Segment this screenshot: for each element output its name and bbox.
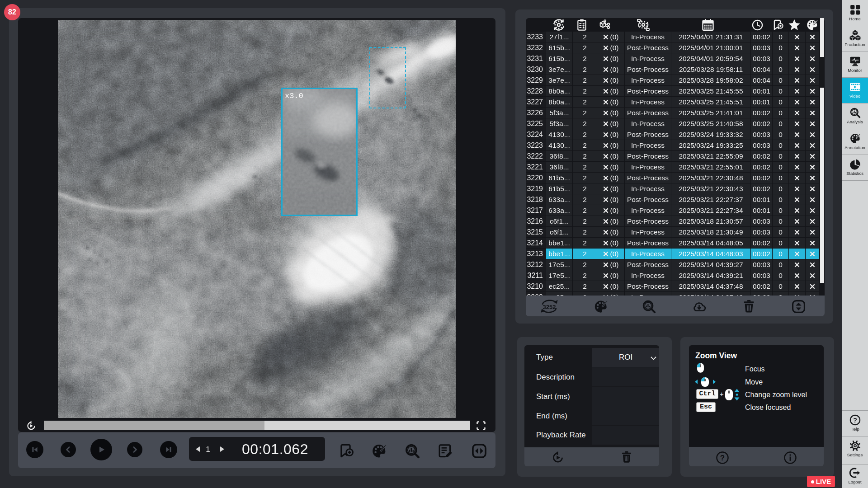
svg-text:?: ? (853, 417, 857, 424)
svg-text:?: ? (720, 454, 725, 462)
svg-text:3252: 3252 (543, 304, 556, 310)
